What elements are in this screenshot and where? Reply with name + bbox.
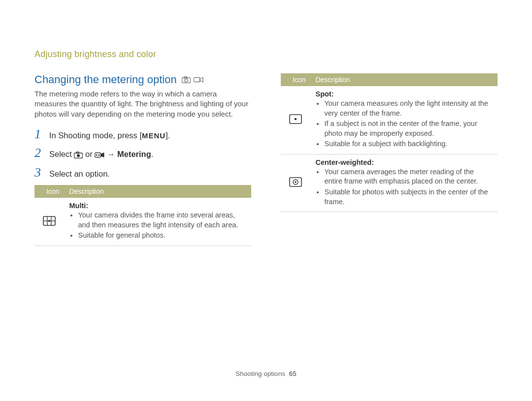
svg-point-2: [184, 79, 187, 82]
left-column: Changing the metering option The meterin…: [34, 73, 251, 246]
footer-section: Shooting options: [235, 370, 285, 377]
camera-icon: [74, 150, 83, 162]
svg-point-9: [99, 154, 100, 155]
multi-metering-icon: [34, 198, 64, 246]
intro-paragraph: The metering mode refers to the way in w…: [34, 89, 251, 119]
bullet: Suitable for a subject with backlighting…: [324, 139, 493, 149]
step-text: Select or → Metering.: [49, 148, 153, 162]
bullet: Your camera divides the frame into sever…: [78, 211, 246, 230]
steps-list: 1 In Shooting mode, press [MENU]. 2 Sele…: [34, 128, 251, 180]
metering-table-right: Icon Description Spot: Your: [281, 73, 498, 212]
step1-text-b: ].: [166, 131, 170, 140]
camcorder-icon: [95, 150, 104, 162]
svg-rect-3: [194, 78, 200, 82]
multi-description: Multi: Your camera divides the frame int…: [64, 198, 251, 246]
table-row: Multi: Your camera divides the frame int…: [34, 198, 251, 246]
table-row: Center-weighted: Your camera averages th…: [281, 154, 498, 212]
svg-rect-5: [76, 152, 79, 153]
bullet: If a subject is not in the center of the…: [324, 119, 493, 138]
th-icon: Icon: [281, 73, 310, 86]
step2-dot: .: [151, 150, 154, 158]
right-column: Icon Description Spot: Your: [281, 73, 498, 246]
step2-text-a: Select: [49, 150, 74, 158]
camcorder-icon: [194, 73, 203, 86]
step-number: 1: [34, 128, 43, 141]
page-number: 65: [289, 370, 297, 377]
bullet: Suitable for general photos.: [78, 231, 246, 241]
bullet: Your camera averages the meter reading o…: [324, 167, 493, 186]
step-number: 2: [34, 147, 43, 159]
menu-button-label: MENU: [142, 130, 166, 142]
option-title: Center-weighted:: [315, 158, 493, 166]
center-description: Center-weighted: Your camera averages th…: [310, 154, 498, 212]
step-3: 3 Select an option.: [34, 166, 251, 180]
svg-rect-1: [184, 77, 187, 78]
step-number: 3: [34, 166, 43, 179]
step2-text-or: or: [85, 150, 95, 158]
option-title: Spot:: [315, 90, 493, 98]
bullet: Your camera measures only the light inte…: [324, 99, 493, 118]
svg-point-19: [295, 182, 297, 184]
mode-icons: [182, 73, 203, 86]
step-text: Select an option.: [49, 168, 110, 180]
svg-point-6: [77, 154, 80, 157]
step-1: 1 In Shooting mode, press [MENU].: [34, 128, 251, 142]
section-heading: Changing the metering option: [34, 73, 251, 86]
metering-table-left: Icon Description Multi: Your: [34, 185, 251, 246]
step-2: 2 Select or → Metering.: [34, 147, 251, 162]
step2-metering-label: Metering: [117, 150, 151, 158]
th-description: Description: [64, 185, 251, 198]
table-row: Spot: Your camera measures only the ligh…: [281, 86, 498, 154]
svg-point-14: [48, 220, 50, 222]
th-description: Description: [310, 73, 498, 86]
spot-description: Spot: Your camera measures only the ligh…: [310, 86, 498, 154]
manual-page: Adjusting brightness and color Changing …: [0, 0, 532, 401]
step1-text-a: In Shooting mode, press [: [49, 131, 142, 140]
two-column-layout: Changing the metering option The meterin…: [34, 73, 498, 246]
step2-arrow: →: [107, 150, 117, 158]
step-text: In Shooting mode, press [MENU].: [49, 129, 170, 142]
center-weighted-icon: [281, 154, 310, 212]
camera-icon: [182, 73, 191, 86]
th-icon: Icon: [34, 185, 64, 198]
section-title: Changing the metering option: [34, 73, 177, 86]
svg-rect-7: [95, 153, 101, 157]
breadcrumb: Adjusting brightness and color: [34, 49, 498, 60]
svg-point-16: [295, 118, 297, 120]
svg-point-8: [96, 154, 98, 155]
bullet: Suitable for photos with subjects in the…: [324, 187, 493, 207]
option-title: Multi:: [69, 202, 246, 210]
page-footer: Shooting options 65: [0, 370, 532, 377]
spot-metering-icon: [281, 86, 310, 154]
